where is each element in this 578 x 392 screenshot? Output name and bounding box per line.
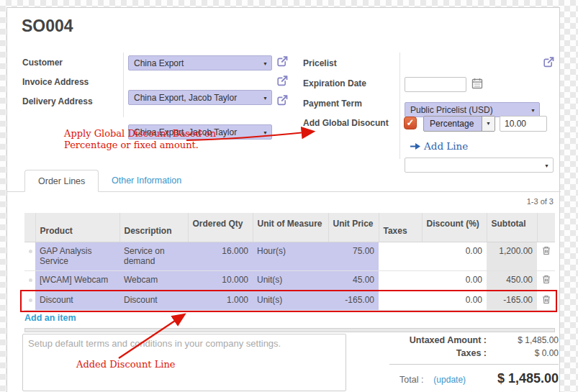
add-an-item-link[interactable]: Add an item bbox=[24, 313, 76, 323]
annotation-added-discount: Added Discount Line bbox=[76, 359, 176, 370]
customer-open-record-icon[interactable] bbox=[276, 55, 289, 70]
cell-unit-price[interactable]: -165.00 bbox=[328, 291, 379, 310]
pricelist-open-record-icon[interactable] bbox=[543, 56, 555, 71]
notebook-tabbar: Order Lines Other Information bbox=[7, 170, 561, 192]
pricelist-label: Pricelist bbox=[303, 58, 337, 68]
cell-subtotal: 1,200.00 bbox=[487, 242, 537, 270]
global-discount-label: Add Global Disocunt bbox=[303, 118, 389, 128]
table-header-row: Product Description Ordered Qty Unit of … bbox=[24, 213, 555, 242]
chevron-down-icon: ▼ bbox=[263, 61, 268, 66]
invoice-address-select[interactable]: China Export, Jacob Taylor ▼ bbox=[128, 90, 272, 105]
table-row[interactable]: [WCAM] Webcam Webcam 10.000 Unit(s) 45.0… bbox=[24, 270, 555, 291]
tab-order-lines[interactable]: Order Lines bbox=[24, 170, 99, 192]
drag-handle-icon bbox=[29, 278, 32, 282]
col-taxes[interactable]: Taxes bbox=[379, 213, 422, 242]
cell-qty[interactable]: 1.000 bbox=[188, 291, 253, 310]
col-unit-of-measure[interactable]: Unit of Measure bbox=[253, 213, 328, 242]
untaxed-amount-label: Untaxed Amount : bbox=[393, 335, 487, 345]
payment-term-label: Payment Term bbox=[303, 99, 362, 109]
pricelist-select[interactable]: Public Pricelist (USD) ▼ bbox=[405, 102, 540, 117]
expiration-date-input[interactable] bbox=[405, 77, 466, 92]
cell-taxes[interactable] bbox=[379, 291, 422, 310]
cell-product[interactable]: [WCAM] Webcam bbox=[35, 270, 119, 291]
chevron-down-icon: ▼ bbox=[544, 163, 549, 168]
cell-taxes[interactable] bbox=[379, 270, 422, 291]
delete-row-button[interactable] bbox=[537, 291, 555, 310]
update-total-link[interactable]: (update) bbox=[433, 375, 466, 385]
cell-discount[interactable]: 0.00 bbox=[422, 242, 487, 270]
cell-discount[interactable]: 0.00 bbox=[422, 270, 487, 291]
table-row-discount[interactable]: Discount Discount 1.000 Unit(s) -165.00 … bbox=[24, 291, 555, 310]
taxes-label: Taxes : bbox=[393, 348, 487, 358]
drag-handle-icon bbox=[29, 250, 32, 253]
customer-select[interactable]: China Export ▼ bbox=[128, 55, 272, 70]
trash-icon bbox=[542, 295, 551, 304]
cell-unit-price[interactable]: 45.00 bbox=[328, 270, 379, 291]
left-fields-divider bbox=[123, 53, 124, 117]
col-unit-price[interactable]: Unit Price bbox=[328, 213, 379, 242]
delivery-address-open-record-icon[interactable] bbox=[276, 94, 289, 109]
cell-product[interactable]: Discount bbox=[35, 291, 119, 310]
untaxed-amount-value: $ 1,485.00 bbox=[487, 335, 559, 345]
cell-qty[interactable]: 10.000 bbox=[188, 270, 253, 291]
col-actions bbox=[537, 213, 555, 242]
cell-uom[interactable]: Unit(s) bbox=[253, 270, 328, 291]
expiration-date-label: Expiration Date bbox=[303, 78, 366, 88]
drag-handle[interactable] bbox=[24, 242, 35, 270]
cell-discount[interactable]: 0.00 bbox=[422, 291, 487, 310]
total-value: $ 1,485.00 bbox=[497, 371, 559, 386]
drag-handle[interactable] bbox=[24, 291, 35, 310]
chevron-down-icon: ▼ bbox=[482, 117, 495, 131]
col-product[interactable]: Product bbox=[35, 213, 119, 242]
annotation-global-discount: Apply Global Discount Based on Percentag… bbox=[64, 128, 216, 151]
total-label: Total : bbox=[399, 375, 423, 385]
page-title: SO004 bbox=[22, 17, 73, 36]
col-subtotal[interactable]: Subtotal bbox=[487, 213, 537, 242]
sale-order-form: SO004 Customer Invoice Address Delivery … bbox=[6, 7, 560, 392]
invoice-address-open-record-icon[interactable] bbox=[276, 75, 289, 90]
totals-panel: Untaxed Amount : $ 1,485.00 Taxes : $ 0.… bbox=[389, 335, 559, 386]
chevron-down-icon: ▼ bbox=[263, 96, 268, 101]
taxes-value: $ 0.00 bbox=[487, 348, 559, 358]
cell-uom[interactable]: Unit(s) bbox=[253, 291, 328, 310]
cell-unit-price[interactable]: 75.00 bbox=[328, 242, 379, 270]
add-line-link[interactable]: Add Line bbox=[410, 140, 468, 152]
section-separator bbox=[24, 328, 555, 332]
cell-taxes[interactable] bbox=[379, 242, 422, 270]
invoice-address-value: China Export, Jacob Taylor bbox=[134, 93, 237, 103]
col-description[interactable]: Description bbox=[119, 213, 188, 242]
terms-textarea[interactable] bbox=[22, 334, 346, 391]
annotation-line1: Apply Global Discount Based on bbox=[64, 128, 216, 140]
delete-row-button[interactable] bbox=[537, 242, 555, 270]
add-line-label: Add Line bbox=[424, 140, 468, 152]
drag-handle[interactable] bbox=[24, 270, 35, 291]
trash-icon bbox=[542, 275, 551, 284]
discount-type-select[interactable]: Percentage ▼ bbox=[423, 116, 495, 132]
totals-divider bbox=[389, 364, 559, 365]
calendar-icon[interactable] bbox=[471, 78, 483, 92]
global-discount-checkbox[interactable]: ✓ bbox=[404, 117, 417, 129]
tab-other-information[interactable]: Other Information bbox=[112, 176, 181, 186]
cell-description[interactable]: Discount bbox=[119, 291, 188, 310]
col-discount[interactable]: Discount (%) bbox=[422, 213, 487, 242]
cell-product[interactable]: GAP Analysis Service bbox=[35, 242, 119, 270]
annotation-line2: Percentage or fixed amount. bbox=[64, 140, 216, 151]
cell-uom[interactable]: Hour(s) bbox=[253, 242, 328, 270]
invoice-address-label: Invoice Address bbox=[22, 77, 89, 87]
cell-description[interactable]: Webcam bbox=[119, 270, 188, 291]
cell-subtotal: -165.00 bbox=[487, 291, 537, 310]
discount-amount-input[interactable] bbox=[500, 116, 547, 132]
chevron-down-icon: ▼ bbox=[530, 108, 536, 113]
trash-icon bbox=[542, 246, 551, 255]
cell-description[interactable]: Service on demand bbox=[119, 242, 188, 270]
col-ordered-qty[interactable]: Ordered Qty bbox=[188, 213, 253, 242]
cell-qty[interactable]: 16.000 bbox=[188, 242, 253, 270]
cell-subtotal: 450.00 bbox=[487, 270, 537, 291]
table-row[interactable]: GAP Analysis Service Service on demand 1… bbox=[24, 242, 555, 270]
delete-row-button[interactable] bbox=[537, 270, 555, 291]
arrow-right-icon bbox=[410, 142, 420, 150]
chevron-down-icon: ▼ bbox=[263, 130, 268, 135]
pricelist-value: Public Pricelist (USD) bbox=[410, 105, 493, 115]
pager: 1-3 of 3 bbox=[527, 197, 554, 206]
drag-handle-header bbox=[24, 213, 35, 242]
